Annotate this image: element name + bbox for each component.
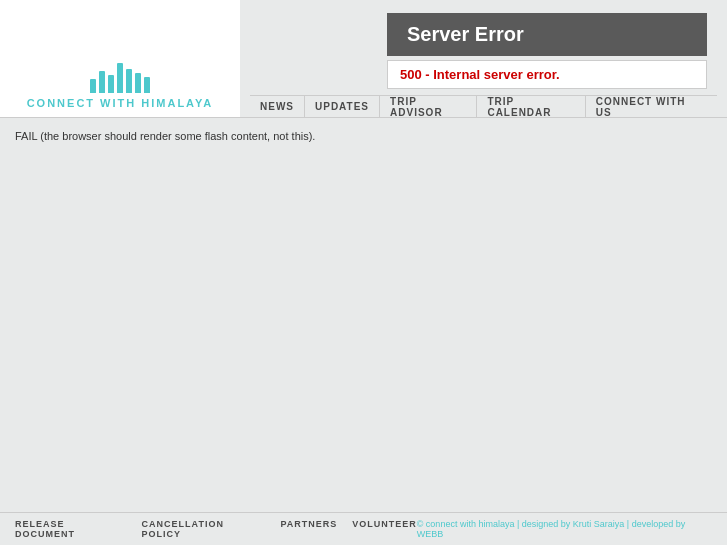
logo-area: CONNECT WITH HIMALAYA <box>0 0 240 117</box>
logo-bars <box>90 63 150 93</box>
footer-copyright: © connect with himalaya | designed by Kr… <box>417 519 712 539</box>
nav-item-updates[interactable]: UPDATES <box>305 96 380 117</box>
footer-link-partners[interactable]: PARTNERS <box>280 519 337 539</box>
nav-item-connect-with-us[interactable]: CONNECT WITH US <box>586 96 707 117</box>
main-content: FAIL (the browser should render some fla… <box>0 118 727 498</box>
footer: RELEASE DOCUMENT CANCELLATION POLICY PAR… <box>0 512 727 545</box>
logo-text: CONNECT WITH HIMALAYA <box>27 97 214 109</box>
logo-bar-4 <box>117 63 123 93</box>
nav-item-trip-advisor[interactable]: TRIP ADVISOR <box>380 96 477 117</box>
logo-bar-3 <box>108 75 114 93</box>
footer-link-cancellation-policy[interactable]: CANCELLATION POLICY <box>142 519 266 539</box>
nav-bar: NEWS UPDATES TRIP ADVISOR TRIP CALENDAR … <box>250 95 717 117</box>
logo-bar-7 <box>144 77 150 93</box>
footer-link-release-document[interactable]: RELEASE DOCUMENT <box>15 519 127 539</box>
error-message: 500 - Internal server error. <box>387 60 707 89</box>
nav-item-trip-calendar[interactable]: TRIP CALENDAR <box>477 96 585 117</box>
flash-fail-message: FAIL (the browser should render some fla… <box>15 130 712 142</box>
page-wrapper: CONNECT WITH HIMALAYA Server Error 500 -… <box>0 0 727 545</box>
header-right: Server Error 500 - Internal server error… <box>240 0 727 117</box>
logo-bar-1 <box>90 79 96 93</box>
footer-links: RELEASE DOCUMENT CANCELLATION POLICY PAR… <box>15 519 417 539</box>
footer-link-volunteer[interactable]: VOLUNTEER <box>352 519 417 539</box>
server-error-title: Server Error <box>387 13 707 56</box>
logo-bar-6 <box>135 73 141 93</box>
nav-item-news[interactable]: NEWS <box>260 96 305 117</box>
logo-bar-5 <box>126 69 132 93</box>
logo-bar-2 <box>99 71 105 93</box>
header: CONNECT WITH HIMALAYA Server Error 500 -… <box>0 0 727 118</box>
